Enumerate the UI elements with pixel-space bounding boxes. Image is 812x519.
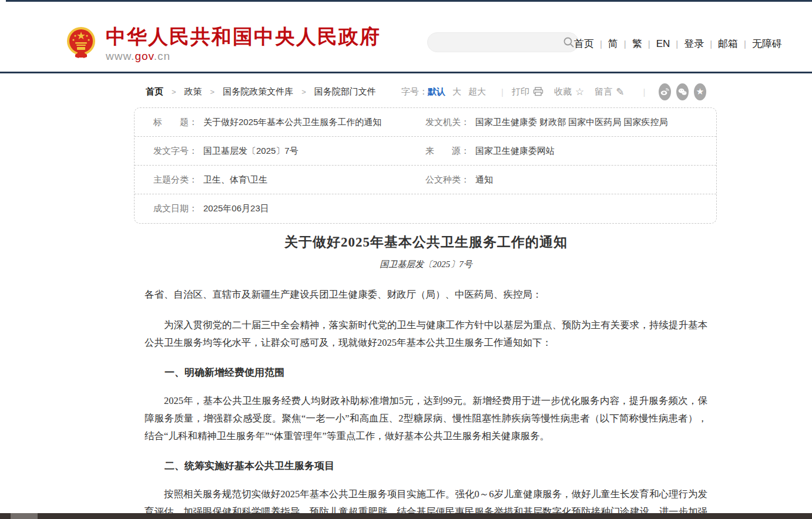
printer-icon xyxy=(533,87,543,96)
document-tools: 字号： 默认 大 超大 | 打印 收藏 ☆ 留言 xyxy=(401,83,706,100)
document-title: 关于做好2025年基本公共卫生服务工作的通知 xyxy=(145,233,707,251)
meta-label: 发文机关： xyxy=(425,117,469,127)
favorite-button[interactable]: 收藏 ☆ xyxy=(554,86,584,98)
meta-issuing-agency: 发文机关：国家卫生健康委 财政部 国家中医药局 国家疾控局 xyxy=(425,117,716,128)
meta-row-category-type: 主题分类：卫生、体育\卫生 公文种类：通知 xyxy=(135,166,716,194)
meta-value: 2025年06月23日 xyxy=(203,203,269,213)
nav-separator: | xyxy=(710,39,712,49)
meta-label: 来 源： xyxy=(425,146,469,156)
breadcrumb: 首页> 政策> 国务院政策文件库> 国务院部门文件 xyxy=(146,86,376,97)
toolbar-row: 首页> 政策> 国务院政策文件库> 国务院部门文件 字号： 默认 大 超大 | … xyxy=(0,83,812,100)
document-number: 国卫基层发〔2025〕7号 xyxy=(145,259,707,270)
site-title: 中华人民共和国中央人民政府 xyxy=(106,26,381,48)
breadcrumb-separator: > xyxy=(210,87,215,96)
url-prefix: www. xyxy=(106,50,135,62)
print-label: 打印 xyxy=(512,86,529,97)
meta-document-type: 公文种类：通知 xyxy=(425,174,716,186)
meta-label: 主题分类： xyxy=(153,174,197,184)
nav-link-accessibility[interactable]: 无障碍 xyxy=(752,37,782,50)
nav-link-traditional[interactable]: 繁 xyxy=(632,37,642,50)
section-2-heading: 二、统筹实施好基本公共卫生服务项目 xyxy=(145,459,707,473)
font-size-label: 字号： xyxy=(401,86,428,97)
nav-separator: | xyxy=(676,39,678,49)
weibo-share-icon[interactable] xyxy=(659,83,671,100)
meta-row-title-agency: 标 题：关于做好2025年基本公共卫生服务工作的通知 发文机关：国家卫生健康委 … xyxy=(135,108,716,137)
site-brand[interactable]: 中华人民共和国中央人民政府 www.gov.cn xyxy=(66,26,381,63)
nav-separator: | xyxy=(624,39,626,49)
print-button[interactable]: 打印 xyxy=(512,86,543,97)
salutation-paragraph: 各省、自治区、直辖市及新疆生产建设兵团卫生健康委、财政厅（局）、中医药局、疾控局… xyxy=(145,286,707,304)
breadcrumb-policy-library[interactable]: 国务院政策文件库 xyxy=(223,86,293,97)
meta-value: 国卫基层发〔2025〕7号 xyxy=(203,146,298,156)
intro-paragraph: 为深入贯彻党的二十届三中全会精神，落实新时代党的卫生与健康工作方针中以基层为重点… xyxy=(145,316,707,352)
meta-label: 成文日期： xyxy=(153,203,197,213)
search-input[interactable] xyxy=(428,38,559,48)
toolbar-divider: | xyxy=(501,87,504,97)
meta-value: 卫生、体育\卫生 xyxy=(203,174,267,184)
document-meta-card: 标 题：关于做好2025年基本公共卫生服务工作的通知 发文机关：国家卫生健康委 … xyxy=(134,107,717,224)
meta-document-number: 发文字号：国卫基层发〔2025〕7号 xyxy=(135,146,425,157)
meta-source: 来 源：国家卫生健康委网站 xyxy=(425,146,716,157)
meta-topic-category: 主题分类：卫生、体育\卫生 xyxy=(135,174,425,186)
meta-issue-date: 成文日期：2025年06月23日 xyxy=(135,203,425,214)
site-search[interactable] xyxy=(427,32,579,52)
breadcrumb-separator: > xyxy=(301,87,306,96)
qzone-share-icon[interactable]: ★ xyxy=(694,83,706,100)
breadcrumb-home[interactable]: 首页 xyxy=(146,86,163,97)
site-header: 中华人民共和国中央人民政府 www.gov.cn 首页| 简| 繁| EN| 登… xyxy=(0,2,812,73)
top-nav: 首页| 简| 繁| EN| 登录| 邮箱| 无障碍 xyxy=(574,37,782,50)
star-icon: ☆ xyxy=(575,86,584,98)
meta-value: 国家卫生健康委网站 xyxy=(475,146,555,156)
meta-label: 公文种类： xyxy=(425,174,469,184)
url-domain: gov xyxy=(135,50,153,62)
meta-value: 通知 xyxy=(475,174,493,184)
brand-text: 中华人民共和国中央人民政府 www.gov.cn xyxy=(106,26,381,63)
meta-value: 关于做好2025年基本公共卫生服务工作的通知 xyxy=(203,117,381,127)
meta-title: 标 题：关于做好2025年基本公共卫生服务工作的通知 xyxy=(135,117,425,128)
favorite-label: 收藏 xyxy=(554,86,572,97)
horizontal-scrollbar-thumb[interactable] xyxy=(11,513,38,519)
meta-row-number-source: 发文字号：国卫基层发〔2025〕7号 来 源：国家卫生健康委网站 xyxy=(135,137,716,166)
nav-link-english[interactable]: EN xyxy=(656,38,670,50)
document-body: 关于做好2025年基本公共卫生服务工作的通知 国卫基层发〔2025〕7号 各省、… xyxy=(145,223,707,519)
meta-empty-cell xyxy=(425,204,716,214)
section-1-paragraph: 2025年，基本公共卫生服务经费人均财政补助标准增加5元，达到99元。新增经费用… xyxy=(145,392,707,445)
meta-row-date: 成文日期：2025年06月23日 xyxy=(135,194,716,223)
comment-label: 留言 xyxy=(595,86,612,97)
comment-button[interactable]: 留言 ✎ xyxy=(595,86,624,98)
breadcrumb-policy[interactable]: 政策 xyxy=(184,86,202,97)
url-suffix: .cn xyxy=(154,50,170,62)
meta-label: 发文字号： xyxy=(153,146,197,156)
nav-link-home[interactable]: 首页 xyxy=(574,37,594,50)
wechat-share-icon[interactable] xyxy=(676,83,689,100)
font-size-default[interactable]: 默认 xyxy=(428,86,445,97)
nav-separator: | xyxy=(648,39,650,49)
font-size-xlarge[interactable]: 超大 xyxy=(468,86,486,97)
nav-separator: | xyxy=(744,39,746,49)
site-url[interactable]: www.gov.cn xyxy=(106,50,381,63)
breadcrumb-department-documents[interactable]: 国务院部门文件 xyxy=(314,86,376,97)
gov-cn-document-page: 中华人民共和国中央人民政府 www.gov.cn 首页| 简| 繁| EN| 登… xyxy=(0,0,812,519)
nav-link-login[interactable]: 登录 xyxy=(684,37,704,50)
nav-link-simplified[interactable]: 简 xyxy=(608,37,618,50)
nav-separator: | xyxy=(600,39,602,49)
national-emblem-logo xyxy=(66,26,96,59)
pencil-icon: ✎ xyxy=(616,86,624,98)
breadcrumb-separator: > xyxy=(172,87,176,96)
nav-link-mail[interactable]: 邮箱 xyxy=(718,37,738,50)
font-size-large[interactable]: 大 xyxy=(452,86,461,97)
section-1-heading: 一、明确新增经费使用范围 xyxy=(145,366,707,379)
toolbar-divider: | xyxy=(643,87,645,97)
meta-value: 国家卫生健康委 财政部 国家中医药局 国家疾控局 xyxy=(475,117,668,127)
meta-label: 标 题： xyxy=(153,117,197,127)
horizontal-scrollbar[interactable] xyxy=(0,513,812,519)
